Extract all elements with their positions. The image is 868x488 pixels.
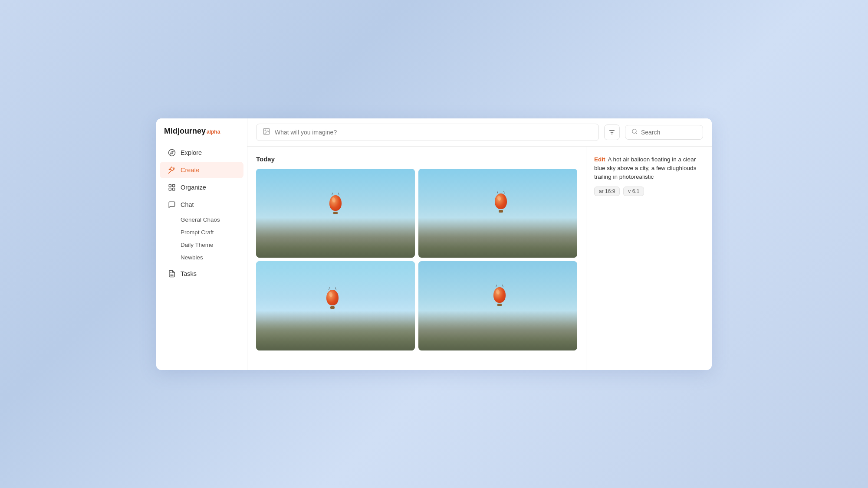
info-panel: EditA hot air balloon floating in a clea… [586, 147, 712, 370]
city-silhouette-3 [256, 311, 415, 351]
svg-rect-4 [173, 185, 175, 187]
balloon-basket-4 [497, 304, 502, 306]
sidebar-item-chat-label: Chat [181, 201, 194, 208]
chat-icon [168, 200, 176, 209]
svg-rect-5 [169, 188, 171, 190]
compass-icon [168, 148, 176, 157]
sidebar-sub-newbies[interactable]: Newbies [160, 252, 243, 263]
info-description: EditA hot air balloon floating in a clea… [594, 155, 704, 182]
balloon-4 [493, 287, 506, 306]
balloon-1 [329, 195, 342, 214]
image-icon [263, 128, 270, 137]
balloon-basket-1 [333, 212, 338, 214]
balloon-basket-3 [330, 306, 335, 309]
balloon-body-4 [493, 287, 506, 303]
sidebar-item-organize[interactable]: Organize [160, 179, 243, 196]
search-icon [631, 128, 638, 136]
logo-area: Midjourneyalpha [156, 127, 247, 144]
tag-ar: ar 16:9 [594, 187, 620, 196]
image-cell-2[interactable] [418, 169, 577, 258]
city-silhouette-4 [418, 311, 577, 351]
tag-row: ar 16:9 v 6.1 [594, 187, 704, 196]
city-silhouette-1 [256, 218, 415, 258]
sidebar-item-tasks-label: Tasks [181, 270, 197, 277]
grid-icon [168, 183, 176, 192]
edit-label[interactable]: Edit [594, 156, 605, 163]
svg-rect-3 [169, 185, 171, 187]
svg-line-15 [636, 132, 637, 134]
gallery-area: Today [247, 147, 712, 370]
today-label: Today [256, 155, 577, 163]
city-silhouette-2 [418, 218, 577, 258]
sidebar: Midjourneyalpha Explore [156, 118, 247, 370]
imagine-input-wrap[interactable] [256, 124, 599, 141]
filter-button[interactable] [604, 124, 620, 140]
svg-rect-6 [173, 188, 175, 190]
gallery-main: Today [247, 147, 586, 370]
sidebar-item-explore[interactable]: Explore [160, 144, 243, 161]
sidebar-item-explore-label: Explore [181, 149, 202, 156]
clipboard-icon [168, 269, 176, 278]
app-window: Midjourneyalpha Explore [156, 118, 712, 370]
image-cell-1[interactable] [256, 169, 415, 258]
sidebar-item-organize-label: Organize [181, 184, 206, 191]
svg-point-2 [174, 168, 174, 169]
sidebar-item-create[interactable]: Create [160, 162, 243, 178]
image-cell-3[interactable] [256, 261, 415, 350]
svg-point-0 [169, 150, 175, 156]
tag-version: v 6.1 [623, 187, 644, 196]
main-content: Today [247, 118, 712, 370]
sidebar-item-chat[interactable]: Chat [160, 197, 243, 213]
sidebar-item-tasks[interactable]: Tasks [160, 265, 243, 282]
svg-marker-1 [171, 151, 173, 154]
balloon-body-3 [326, 290, 339, 305]
wand-icon [168, 166, 176, 174]
balloon-basket-2 [499, 210, 503, 213]
image-grid [256, 169, 577, 351]
svg-point-10 [265, 130, 266, 131]
balloon-body-2 [495, 193, 507, 209]
balloon-3 [326, 290, 339, 309]
sidebar-item-create-label: Create [181, 167, 200, 174]
search-input[interactable] [641, 129, 712, 136]
balloon-body-1 [329, 195, 342, 211]
sidebar-sub-general-chaos[interactable]: General Chaos [160, 214, 243, 226]
image-cell-4[interactable] [418, 261, 577, 350]
balloon-2 [495, 193, 507, 213]
imagine-input[interactable] [275, 129, 592, 136]
header-bar [247, 118, 712, 147]
search-wrap[interactable] [625, 125, 703, 140]
app-logo: Midjourneyalpha [164, 127, 239, 136]
sidebar-sub-prompt-craft[interactable]: Prompt Craft [160, 226, 243, 238]
sidebar-sub-daily-theme[interactable]: Daily Theme [160, 239, 243, 251]
